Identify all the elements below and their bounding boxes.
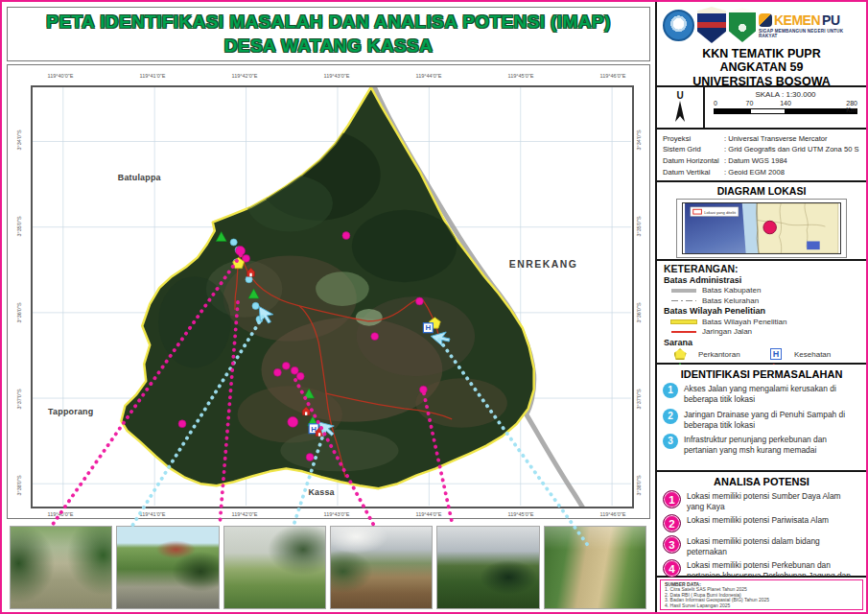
site-photo-jalan-usaha-tani xyxy=(330,526,433,609)
titik-masalah-marker-icon xyxy=(246,276,252,283)
map-grid-tick: 119°44'0"E xyxy=(416,511,442,517)
kemenpu-logo: KEMEN PU SIGAP MEMBANGUN NEGERI UNTUK RA… xyxy=(759,12,860,38)
projection-row: Proyeksi: Universal Transverse Mercator xyxy=(663,133,860,145)
map-grid-tick: 3°36'0"S xyxy=(16,302,22,322)
numbered-item: 1Lokasi memiliki potensi Sumber Daya Ala… xyxy=(663,490,860,512)
map-grid-tick: 3°34'0"S xyxy=(636,130,642,150)
map-canvas: HH BatulappaENREKANGTapporangKassa xyxy=(33,87,632,507)
region-label-tapporang: Tapporang xyxy=(48,407,93,416)
permasalahan-title: IDENTIFIKASI PERMASALAHAN xyxy=(663,368,860,380)
number-badge-2: 2 xyxy=(663,409,678,424)
legend-item-label: Kesehatan xyxy=(794,350,831,359)
diagram-lokasi-title: DIAGRAM LOKASI xyxy=(661,185,862,197)
line-yellow-icon xyxy=(671,320,696,323)
numbered-item-text: Lokasi memiliki potensi Pariwisata Alam xyxy=(687,514,829,526)
scale-bar-icon xyxy=(714,108,857,114)
projection-label: Proyeksi xyxy=(663,133,724,145)
numbered-item-text: Lokasi memiliki potensi Sumber Daya Alam… xyxy=(687,490,860,512)
map-frame: HH BatulappaENREKANGTapporangKassa xyxy=(31,85,634,508)
scale-area: SKALA : 1:30.000 070140280 Km xyxy=(705,87,866,128)
region-label-kassa: Kassa xyxy=(308,487,335,497)
photo-strip xyxy=(10,526,646,609)
pu-logo-icon xyxy=(759,13,772,27)
line-gray-thick-icon xyxy=(671,289,696,293)
projection-value: : Grid Geografis dan Grid UTM Zona 50 S xyxy=(724,144,860,155)
map-grid-tick: 119°42'0"E xyxy=(232,511,258,517)
main-map: HH BatulappaENREKANGTapporangKassa 119°4… xyxy=(7,64,650,519)
inset-map-canvas: Lokasi yang diteliti xyxy=(682,202,841,254)
projection-row: Datum Horizontal: Datum WGS 1984 xyxy=(663,155,860,167)
number-badge-1: 1 xyxy=(663,490,681,508)
line-dashdot-icon xyxy=(671,299,696,301)
region-label-batulappa: Batulappa xyxy=(118,173,162,182)
kemenpu-wordmark-kemen: KEMEN xyxy=(774,12,820,28)
map-grid-tick: 3°36'0"S xyxy=(636,302,642,322)
projection-row: Sistem Grid: Grid Geografis dan Grid UTM… xyxy=(663,144,860,155)
map-grid-tick: 119°42'0"E xyxy=(232,73,258,79)
map-grid-tick: 119°41'0"E xyxy=(140,511,166,517)
projection-info: Proyeksi: Universal Transverse MercatorS… xyxy=(657,130,866,182)
legend-item-label: Batas Kabupaten xyxy=(702,286,761,295)
sumber-data-lines: 1. Citra Satelit SAS Planet Tahun 20252.… xyxy=(665,587,858,608)
site-photo-sungai xyxy=(10,526,112,609)
potensi-marker-icon xyxy=(342,232,350,240)
numbered-item-text: Akses Jalan yang mengalami kerusakan di … xyxy=(684,383,860,405)
map-grid-tick: 119°46'0"E xyxy=(600,511,626,517)
scale-tick-label: 280 Km xyxy=(846,100,857,113)
square-h-blue-icon: H xyxy=(763,348,788,360)
scale-tick-label: 0 xyxy=(714,100,717,106)
map-grid-tick: 119°43'0"E xyxy=(324,73,350,79)
legend-items: Batas KabupatenBatas Kelurahan xyxy=(664,286,859,305)
projection-label: Datum Vertikal xyxy=(663,167,724,178)
map-column: PETA IDENTIFIKASI MASALAH DAN ANALISA PO… xyxy=(2,2,655,612)
potensi-marker-icon xyxy=(178,420,186,428)
svg-text:H: H xyxy=(425,323,431,332)
numbered-item-text: Infrastruktur penunjang perkebunan dan p… xyxy=(684,434,860,456)
problems-section: IDENTIFIKASI PERMASALAHAN 1Akses Jalan y… xyxy=(657,365,866,473)
map-grid-tick: 119°41'0"E xyxy=(140,73,166,79)
legend-item: Batas Wilayah Penelitian xyxy=(671,318,859,326)
location-inset-map: Lokasi yang diteliti xyxy=(676,199,847,258)
north-arrow: U xyxy=(657,87,705,128)
potensi-marker-icon xyxy=(236,246,246,255)
projection-value: : Datum WGS 1984 xyxy=(724,155,860,167)
kemdikbud-logo-icon xyxy=(663,10,694,41)
north-label: U xyxy=(676,91,683,101)
map-grid-tick: 119°44'0"E xyxy=(416,73,442,79)
site-photo-drainase-desa xyxy=(116,526,219,609)
scale-tick-labels: 070140280 Km xyxy=(714,100,857,108)
scale-title: SKALA : 1:30.000 xyxy=(714,90,857,99)
potensi-marker-icon xyxy=(371,333,379,341)
numbered-item: 1Akses Jalan yang mengalami kerusakan di… xyxy=(663,383,860,405)
number-badge-3: 3 xyxy=(663,434,678,449)
map-grid-tick: 3°35'0"S xyxy=(636,216,642,236)
h-glyph: H xyxy=(770,348,782,360)
map-grid-tick: 3°37'0"S xyxy=(636,389,642,409)
legend-group-heading: Batas Wilayah Penelitian xyxy=(664,306,859,316)
potensi-marker-icon xyxy=(306,454,314,461)
map-grid-tick: 3°37'0"S xyxy=(16,389,22,409)
titik-masalah-marker-icon xyxy=(252,302,259,309)
map-grid-tick: 3°34'0"S xyxy=(16,130,22,150)
keterangan-title: KETERANGAN: xyxy=(664,263,859,274)
legend-item: Jaringan Jalan xyxy=(671,327,859,336)
projection-value: : Geoid EGM 2008 xyxy=(724,167,860,178)
problem-items: 1Akses Jalan yang mengalami kerusakan di… xyxy=(663,383,860,456)
number-badge-4: 4 xyxy=(663,559,681,578)
numbered-item: 2Jaringan Drainase yang di Penuhi Sampah… xyxy=(663,409,860,431)
organization-title: KKN TEMATIK PUPRANGKATAN 59UNIVERSITAS B… xyxy=(661,47,862,88)
org-title-line: UNIVERSITAS BOSOWA xyxy=(661,75,862,88)
org-title-line: KKN TEMATIK PUPR xyxy=(661,47,862,60)
projection-label: Sistem Grid xyxy=(663,144,724,155)
legend-group-heading: Sarana xyxy=(664,338,859,347)
legend-item-label: Jaringan Jalan xyxy=(702,327,752,336)
map-grid-tick: 119°40'0"E xyxy=(48,73,74,79)
potensi-title: ANALISA POTENSI xyxy=(663,476,860,487)
titik-masalah-marker-icon xyxy=(230,239,237,246)
site-photo-kebun-kelapa-sawit xyxy=(436,526,539,609)
potensi-marker-icon xyxy=(273,368,281,376)
legend-item: Batas Kelurahan xyxy=(671,296,859,305)
scale-tick-label: 140 xyxy=(780,100,791,106)
imap-poster: PETA IDENTIFIKASI MASALAH DAN ANALISA PO… xyxy=(0,0,868,614)
kemenpu-wordmark-pu: PU xyxy=(822,12,839,28)
